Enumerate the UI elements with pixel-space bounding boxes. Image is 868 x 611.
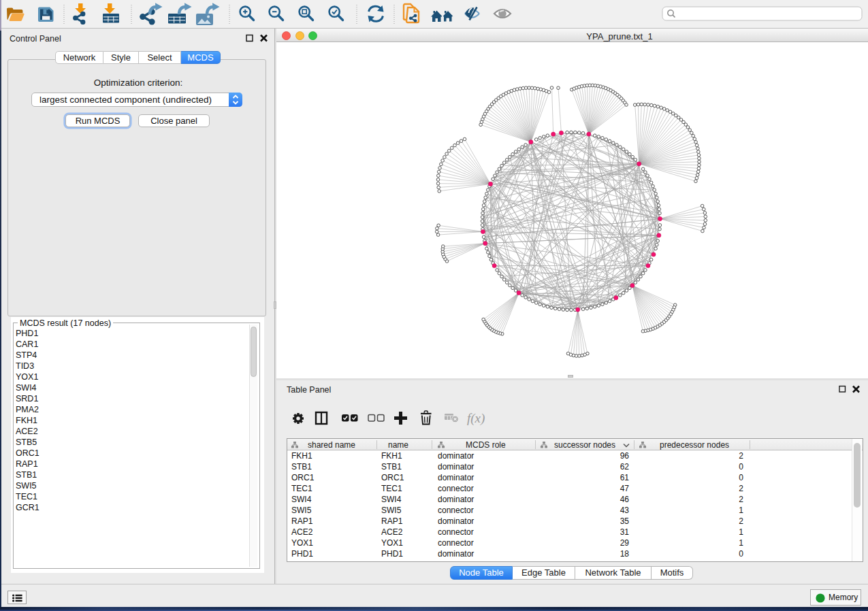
svg-text:f(x): f(x) (467, 411, 485, 426)
